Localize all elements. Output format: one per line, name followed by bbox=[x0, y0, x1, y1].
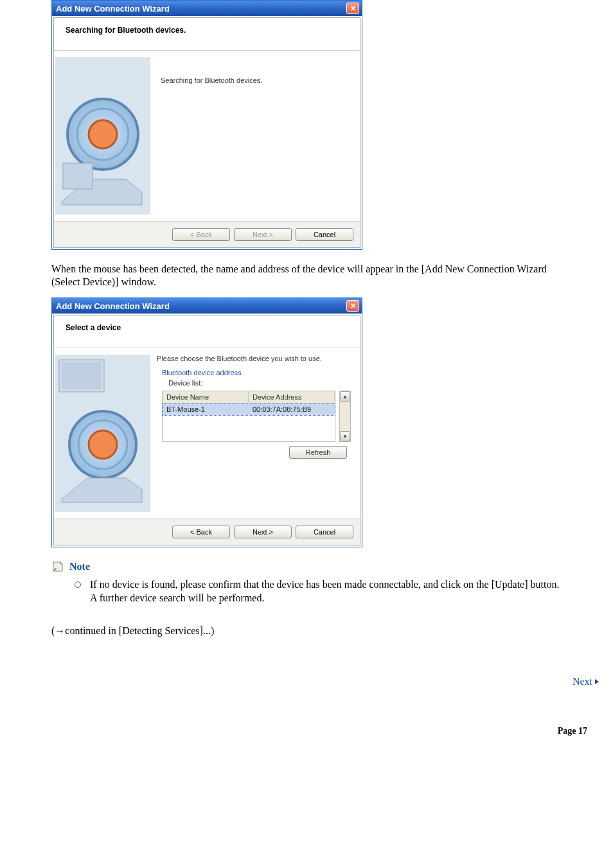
refresh-button[interactable]: Refresh bbox=[289, 446, 347, 459]
bullet-marker bbox=[75, 581, 81, 588]
svg-rect-7 bbox=[62, 362, 102, 389]
cell-device-address: 00:03:7A:08:75:B9 bbox=[249, 403, 335, 415]
titlebar: Add New Connection Wizard ✕ bbox=[52, 298, 362, 314]
note-line-2: A further device search will be performe… bbox=[90, 592, 264, 603]
dialog-inner: Select a device bbox=[53, 315, 360, 545]
wizard-dialog-select-device: Add New Connection Wizard ✕ Select a dev… bbox=[51, 297, 362, 547]
back-button[interactable]: < Back bbox=[172, 526, 230, 538]
svg-point-3 bbox=[89, 120, 117, 148]
note-block: Note If no device is found, please confi… bbox=[51, 560, 574, 605]
dialog-body: Searching for Bluetooth devices. bbox=[157, 51, 360, 91]
button-row: < Back Next > Cancel bbox=[54, 221, 360, 247]
device-list-container: Device Name Device Address BT-Mouse-1 00… bbox=[157, 389, 351, 442]
note-title: Note bbox=[69, 561, 90, 572]
close-icon[interactable]: ✕ bbox=[346, 3, 359, 14]
status-text: Searching for Bluetooth devices. bbox=[161, 76, 262, 84]
next-button: Next > bbox=[234, 228, 292, 241]
scroll-down-icon[interactable]: ▼ bbox=[340, 431, 350, 441]
close-icon[interactable]: ✕ bbox=[346, 300, 359, 312]
dialog-content: Please choose the Bluetooth device you w… bbox=[54, 348, 360, 518]
scrollbar[interactable]: ▲ ▼ bbox=[339, 391, 351, 442]
col-device-name[interactable]: Device Name bbox=[163, 391, 249, 403]
svg-point-10 bbox=[89, 430, 117, 459]
continued-text: (→continued in [Detecting Services]...) bbox=[51, 624, 574, 637]
titlebar: Add New Connection Wizard ✕ bbox=[52, 1, 362, 16]
page-number: Page 17 bbox=[0, 687, 613, 749]
note-line-1: If no device is found, please confirm th… bbox=[90, 579, 559, 590]
wizard-illustration bbox=[55, 355, 150, 512]
instruction-text: Please choose the Bluetooth device you w… bbox=[157, 355, 351, 362]
table-header-row: Device Name Device Address bbox=[163, 391, 335, 403]
wizard-illustration bbox=[55, 57, 150, 215]
note-icon bbox=[51, 560, 64, 573]
dialog-inner: Searching for Bluetooth devices. bbox=[53, 17, 360, 248]
list-item-text: If no device is found, please confirm th… bbox=[90, 578, 559, 605]
col-device-address[interactable]: Device Address bbox=[249, 391, 335, 403]
next-link[interactable]: Next bbox=[573, 676, 600, 687]
note-list: If no device is found, please confirm th… bbox=[75, 578, 574, 605]
list-label: Device list: bbox=[168, 379, 351, 387]
dialog-body: Please choose the Bluetooth device you w… bbox=[157, 348, 360, 465]
cell-device-name: BT-Mouse-1 bbox=[163, 403, 249, 415]
dialog-header: Select a device bbox=[54, 315, 360, 348]
device-table[interactable]: Device Name Device Address BT-Mouse-1 00… bbox=[162, 391, 335, 442]
list-item: If no device is found, please confirm th… bbox=[75, 578, 574, 605]
paragraph-detected: When the mouse has been detected, the na… bbox=[51, 263, 574, 288]
table-row[interactable]: BT-Mouse-1 00:03:7A:08:75:B9 bbox=[163, 403, 335, 415]
cancel-button[interactable]: Cancel bbox=[296, 526, 353, 538]
dialog-header: Searching for Bluetooth devices. bbox=[54, 18, 360, 51]
next-button[interactable]: Next > bbox=[234, 526, 292, 538]
next-row: Next bbox=[0, 676, 613, 687]
next-link-label: Next bbox=[573, 676, 592, 687]
note-head: Note bbox=[51, 560, 574, 573]
window-title: Add New Connection Wizard bbox=[56, 4, 170, 13]
svg-rect-4 bbox=[63, 163, 93, 189]
group-label: Bluetooth device address bbox=[162, 369, 351, 376]
window-title: Add New Connection Wizard bbox=[56, 301, 170, 311]
scroll-up-icon[interactable]: ▲ bbox=[340, 391, 350, 402]
dialog-content: Searching for Bluetooth devices. bbox=[54, 51, 360, 221]
refresh-row: Refresh bbox=[157, 442, 351, 459]
chevron-right-icon bbox=[594, 678, 600, 685]
wizard-dialog-searching: Add New Connection Wizard ✕ Searching fo… bbox=[51, 0, 362, 250]
back-button: < Back bbox=[172, 228, 230, 241]
cancel-button[interactable]: Cancel bbox=[296, 228, 353, 241]
button-row: < Back Next > Cancel bbox=[54, 518, 360, 545]
table-body: BT-Mouse-1 00:03:7A:08:75:B9 bbox=[163, 403, 335, 441]
